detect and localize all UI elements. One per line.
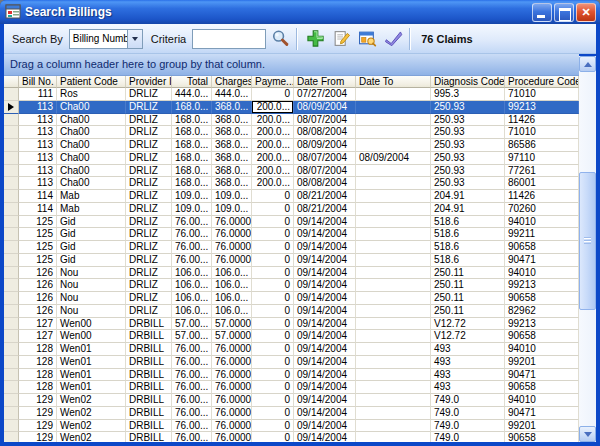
cell-date_to[interactable] — [356, 292, 431, 305]
cell-procedure_code[interactable]: 90471 — [505, 407, 579, 420]
cell-total[interactable]: 57.00... — [172, 330, 212, 343]
column-header-diagnosis_code[interactable]: Diagnosis Code — [431, 76, 505, 88]
cell-date_to[interactable] — [356, 126, 431, 139]
table-row[interactable]: 113Cha00DRLIZ168.0...368.0...200.0...08/… — [4, 114, 579, 127]
cell-total[interactable]: 76.00... — [172, 381, 212, 394]
cell-diagnosis_code[interactable]: 250.93 — [431, 114, 505, 127]
table-row[interactable]: 113Cha00DRLIZ168.0...368.0...200.0...08/… — [4, 177, 579, 190]
table-row[interactable]: 126NouDRLIZ106.0...106.0...009/14/200425… — [4, 292, 579, 305]
table-row[interactable]: 126NouDRLIZ106.0...106.0...009/14/200425… — [4, 267, 579, 280]
cell-procedure_code[interactable]: 97110 — [505, 152, 579, 165]
cell-bill_no[interactable]: 113 — [19, 126, 57, 139]
search-button[interactable] — [268, 27, 292, 51]
column-header-date_to[interactable]: Date To — [356, 76, 431, 88]
cell-date_from[interactable]: 09/14/2004 — [294, 381, 356, 394]
cell-total[interactable]: 76.00... — [172, 356, 212, 369]
cell-diagnosis_code[interactable]: 250.93 — [431, 139, 505, 152]
cell-date_from[interactable]: 08/09/2004 — [294, 139, 356, 152]
cell-payments[interactable]: 0 — [252, 407, 294, 420]
cell-charges[interactable]: 368.0... — [212, 165, 252, 178]
cell-date_to[interactable] — [356, 305, 431, 318]
cell-payments[interactable]: 200.0... — [252, 165, 294, 178]
cell-date_to[interactable] — [356, 267, 431, 280]
cell-charges[interactable]: 106.0... — [212, 305, 252, 318]
table-row[interactable]: 128Wen01DRBILL76.00...76.0000009/14/2004… — [4, 343, 579, 356]
cell-procedure_code[interactable]: 71010 — [505, 126, 579, 139]
table-row[interactable]: 129Wen02DRBILL76.00...76.0000009/14/2004… — [4, 432, 579, 442]
cell-charges[interactable]: 76.0000 — [212, 216, 252, 229]
cell-date_to[interactable] — [356, 228, 431, 241]
cell-procedure_code[interactable]: 71010 — [505, 88, 579, 101]
cell-diagnosis_code[interactable]: 204.91 — [431, 203, 505, 216]
minimize-button[interactable] — [532, 3, 552, 22]
table-row[interactable]: 125GidDRLIZ76.00...76.0000009/14/2004518… — [4, 228, 579, 241]
cell-provider_id[interactable]: DRLIZ — [126, 101, 172, 114]
cell-total[interactable]: 109.0... — [172, 190, 212, 203]
cell-diagnosis_code[interactable]: 518.6 — [431, 254, 505, 267]
cell-diagnosis_code[interactable]: 749.0 — [431, 432, 505, 442]
cell-charges[interactable]: 109.0... — [212, 203, 252, 216]
cell-patient_code[interactable]: Wen01 — [57, 369, 126, 382]
table-row[interactable]: 127Wen00DRBILL57.00...57.0000009/14/2004… — [4, 330, 579, 343]
cell-total[interactable]: 76.00... — [172, 254, 212, 267]
cell-procedure_code[interactable]: 90658 — [505, 241, 579, 254]
cell-payments[interactable]: 0 — [252, 267, 294, 280]
cell-date_from[interactable]: 09/14/2004 — [294, 241, 356, 254]
cell-charges[interactable]: 76.0000 — [212, 407, 252, 420]
cell-patient_code[interactable]: Gid — [57, 241, 126, 254]
cell-provider_id[interactable]: DRBILL — [126, 369, 172, 382]
cell-charges[interactable]: 444.0... — [212, 88, 252, 101]
cell-provider_id[interactable]: DRBILL — [126, 318, 172, 331]
cell-date_to[interactable] — [356, 139, 431, 152]
cell-charges[interactable]: 368.0... — [212, 114, 252, 127]
cell-charges[interactable]: 76.0000 — [212, 369, 252, 382]
cell-provider_id[interactable]: DRBILL — [126, 356, 172, 369]
cell-date_from[interactable]: 09/14/2004 — [294, 228, 356, 241]
cell-total[interactable]: 106.0... — [172, 279, 212, 292]
table-row[interactable]: 114MabDRLIZ109.0...109.0...008/21/200420… — [4, 203, 579, 216]
cell-procedure_code[interactable]: 11426 — [505, 114, 579, 127]
cell-date_from[interactable]: 08/21/2004 — [294, 203, 356, 216]
cell-payments[interactable]: 200.0... — [252, 177, 294, 190]
cell-diagnosis_code[interactable]: 250.11 — [431, 267, 505, 280]
cell-date_to[interactable] — [356, 369, 431, 382]
cell-patient_code[interactable]: Ros — [57, 88, 126, 101]
cell-bill_no[interactable]: 113 — [19, 101, 57, 114]
cell-bill_no[interactable]: 126 — [19, 305, 57, 318]
cell-patient_code[interactable]: Wen01 — [57, 343, 126, 356]
edit-button[interactable] — [329, 27, 353, 51]
cell-bill_no[interactable]: 127 — [19, 330, 57, 343]
cell-date_to[interactable] — [356, 241, 431, 254]
cell-total[interactable]: 444.0... — [172, 88, 212, 101]
cell-charges[interactable]: 368.0... — [212, 139, 252, 152]
cell-patient_code[interactable]: Nou — [57, 305, 126, 318]
cell-payments[interactable]: 200.0... — [252, 101, 294, 114]
cell-date_to[interactable] — [356, 101, 431, 114]
cell-bill_no[interactable]: 113 — [19, 152, 57, 165]
cell-procedure_code[interactable]: 86001 — [505, 177, 579, 190]
cell-total[interactable]: 57.00... — [172, 318, 212, 331]
cell-procedure_code[interactable]: 99211 — [505, 228, 579, 241]
cell-diagnosis_code[interactable]: 250.11 — [431, 292, 505, 305]
cell-total[interactable]: 168.0... — [172, 152, 212, 165]
table-row[interactable]: 125GidDRLIZ76.00...76.0000009/14/2004518… — [4, 254, 579, 267]
cell-procedure_code[interactable]: 99201 — [505, 356, 579, 369]
cell-diagnosis_code[interactable]: 749.0 — [431, 420, 505, 433]
cell-provider_id[interactable]: DRLIZ — [126, 305, 172, 318]
column-header-bill_no[interactable]: Bill No. — [19, 76, 57, 88]
cell-total[interactable]: 76.00... — [172, 241, 212, 254]
cell-total[interactable]: 106.0... — [172, 267, 212, 280]
cell-payments[interactable]: 0 — [252, 88, 294, 101]
cell-procedure_code[interactable]: 94010 — [505, 216, 579, 229]
cell-patient_code[interactable]: Gid — [57, 216, 126, 229]
cell-diagnosis_code[interactable]: 250.93 — [431, 165, 505, 178]
cell-bill_no[interactable]: 129 — [19, 432, 57, 442]
cell-procedure_code[interactable]: 11426 — [505, 190, 579, 203]
cell-date_to[interactable] — [356, 177, 431, 190]
cell-procedure_code[interactable]: 99213 — [505, 101, 579, 114]
cell-patient_code[interactable]: Nou — [57, 279, 126, 292]
cell-payments[interactable]: 0 — [252, 330, 294, 343]
cell-date_to[interactable]: 08/09/2004 — [356, 152, 431, 165]
group-by-bar[interactable]: Drag a column header here to group by th… — [4, 54, 579, 76]
cell-diagnosis_code[interactable]: 493 — [431, 343, 505, 356]
